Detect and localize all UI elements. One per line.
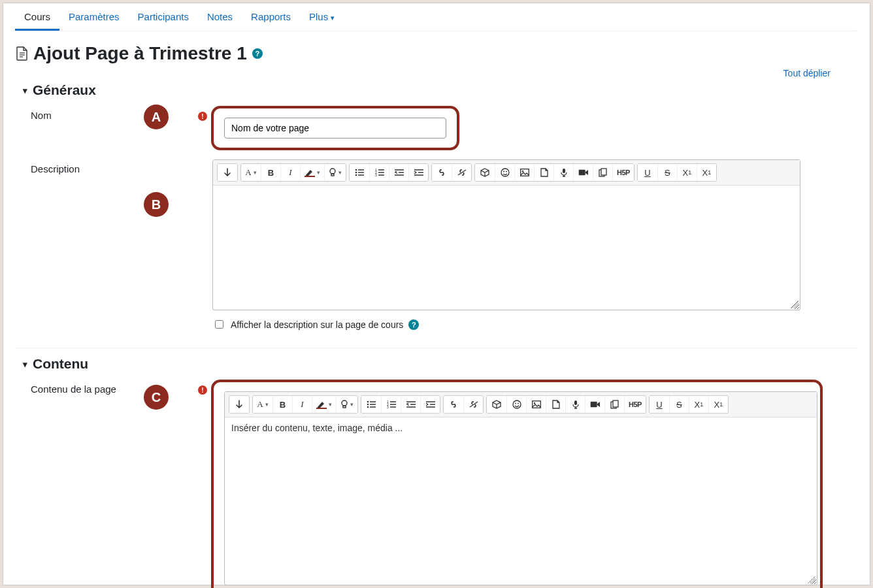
toolbar-underline-button[interactable]: U: [638, 164, 657, 181]
toolbar-image-button[interactable]: [526, 396, 546, 413]
toolbar-copy-button[interactable]: [593, 164, 612, 181]
toolbar-mic-button[interactable]: [553, 164, 573, 181]
tab-parametres[interactable]: Paramètres: [59, 3, 129, 31]
toolbar-superscript-button[interactable]: X1: [697, 164, 716, 181]
editor-toolbar-description: A▾ B I ▾ ▾ 123: [213, 160, 800, 186]
svg-point-26: [503, 171, 504, 172]
toolbar-emoji-button[interactable]: [495, 164, 514, 181]
toolbar-highlight-button[interactable]: ▾: [312, 396, 336, 413]
tab-plus-label: Plus: [309, 11, 328, 22]
contenu-textarea[interactable]: Insérer du contenu, texte, image, média …: [225, 417, 817, 585]
toolbar-video-button[interactable]: [585, 396, 604, 413]
chevron-down-icon: ▾: [23, 359, 27, 369]
toolbar-bulb-button[interactable]: ▾: [336, 396, 357, 413]
svg-rect-59: [532, 401, 540, 408]
toolbar-h5p-button[interactable]: H5P: [624, 396, 646, 413]
toolbar-ul-button[interactable]: [361, 396, 381, 413]
toolbar-bold-button[interactable]: B: [261, 164, 280, 181]
toolbar-ol-button[interactable]: 123: [369, 164, 389, 181]
svg-line-24: [458, 170, 466, 175]
caret-down-icon: ▾: [350, 401, 354, 408]
toolbar-italic-button[interactable]: I: [292, 396, 312, 413]
svg-point-41: [367, 406, 369, 408]
toolbar-ol-button[interactable]: 123: [381, 396, 401, 413]
toolbar-strike-button[interactable]: S: [669, 396, 689, 413]
label-description: Description: [31, 163, 80, 174]
toolbar-headings-button[interactable]: A▾: [253, 396, 272, 413]
toolbar-ul-button[interactable]: [350, 164, 369, 181]
svg-line-55: [470, 402, 478, 407]
toolbar-bulb-button[interactable]: ▾: [324, 164, 346, 181]
tab-cours[interactable]: Cours: [15, 3, 59, 31]
toolbar-file-button[interactable]: [546, 396, 565, 413]
svg-text:3: 3: [387, 405, 389, 408]
toolbar-link-button[interactable]: [432, 164, 452, 181]
svg-rect-61: [574, 400, 577, 405]
tab-participants[interactable]: Participants: [129, 3, 198, 31]
resize-handle[interactable]: [791, 301, 799, 308]
svg-rect-28: [520, 169, 529, 176]
toolbar-strike-button[interactable]: S: [657, 164, 677, 181]
toolbar-italic-button[interactable]: I: [280, 164, 300, 181]
toolbar-subscript-button[interactable]: X1: [677, 164, 697, 181]
description-textarea[interactable]: [213, 186, 800, 310]
resize-handle[interactable]: [808, 576, 815, 583]
toolbar-superscript-button[interactable]: X1: [708, 396, 728, 413]
toolbar-emoji-button[interactable]: [506, 396, 526, 413]
section-toggle-contenu[interactable]: ▾ Contenu: [23, 356, 857, 372]
help-icon[interactable]: ?: [252, 48, 263, 59]
toolbar-unlink-button[interactable]: [463, 396, 483, 413]
required-icon: !: [198, 385, 207, 395]
toolbar-image-button[interactable]: [514, 164, 534, 181]
toolbar-bold-button[interactable]: B: [272, 396, 292, 413]
toolbar-h5p-button[interactable]: H5P: [612, 164, 634, 181]
annotation-a: A: [144, 105, 169, 129]
toolbar-expand-button[interactable]: [229, 396, 249, 413]
course-tabs: Cours Paramètres Participants Notes Rapp…: [3, 3, 870, 31]
svg-point-58: [518, 403, 519, 404]
svg-point-10: [355, 174, 357, 176]
section-heading-contenu: Contenu: [33, 356, 88, 372]
caret-down-icon: ▾: [317, 169, 320, 176]
contenu-body-text: Insérer du contenu, texte, image, média …: [231, 423, 403, 433]
toolbar-expand-button[interactable]: [218, 164, 237, 181]
section-toggle-generaux[interactable]: ▾ Généraux: [23, 82, 857, 98]
section-heading-generaux: Généraux: [33, 82, 96, 98]
toolbar-outdent-button[interactable]: [401, 396, 420, 413]
svg-rect-64: [613, 400, 618, 407]
show-description-checkbox[interactable]: [215, 320, 223, 329]
toolbar-indent-button[interactable]: [420, 396, 440, 413]
toolbar-link-button[interactable]: [444, 396, 463, 413]
tab-notes[interactable]: Notes: [198, 3, 242, 31]
page-title: Ajout Page à Trimestre 1: [33, 43, 247, 64]
toolbar-unlink-button[interactable]: [452, 164, 471, 181]
required-icon: !: [198, 112, 207, 121]
toolbar-indent-button[interactable]: [408, 164, 428, 181]
svg-point-56: [513, 400, 521, 408]
chevron-down-icon: ▾: [23, 86, 27, 95]
svg-point-25: [501, 169, 509, 176]
nom-input[interactable]: [224, 118, 446, 139]
tab-rapports[interactable]: Rapports: [242, 3, 300, 31]
toolbar-copy-button[interactable]: [604, 396, 624, 413]
toolbar-subscript-button[interactable]: X1: [689, 396, 708, 413]
toolbar-file-button[interactable]: [534, 164, 553, 181]
svg-rect-3: [305, 176, 315, 177]
expand-all-link[interactable]: Tout déplier: [783, 68, 831, 78]
svg-point-37: [367, 401, 369, 403]
contenu-editor: A▾ B I ▾ ▾ 123: [224, 391, 817, 585]
toolbar-outdent-button[interactable]: [389, 164, 408, 181]
tab-plus[interactable]: Plus▾: [300, 3, 344, 31]
toolbar-mic-button[interactable]: [565, 396, 585, 413]
svg-point-60: [533, 402, 535, 404]
toolbar-package-button[interactable]: [487, 396, 506, 413]
toolbar-highlight-button[interactable]: ▾: [300, 164, 324, 181]
section-divider: [16, 348, 857, 348]
toolbar-package-button[interactable]: [475, 164, 495, 181]
help-icon[interactable]: ?: [408, 319, 419, 330]
annotation-c: C: [144, 385, 169, 410]
show-description-label: Afficher la description sur la page de c…: [231, 319, 403, 330]
toolbar-video-button[interactable]: [573, 164, 593, 181]
toolbar-headings-button[interactable]: A▾: [241, 164, 261, 181]
toolbar-underline-button[interactable]: U: [650, 396, 669, 413]
